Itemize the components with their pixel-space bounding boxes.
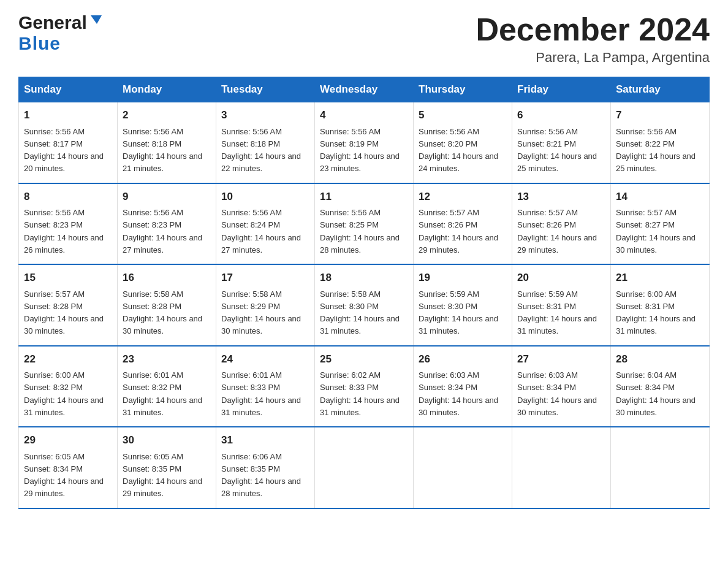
calendar-day-cell: 10Sunrise: 5:56 AMSunset: 8:24 PMDayligh… [216,183,315,265]
day-sunset: Sunset: 8:32 PM [24,383,83,392]
calendar-week-row: 22Sunrise: 6:00 AMSunset: 8:32 PMDayligh… [19,346,710,427]
day-sunrise: Sunrise: 6:03 AM [419,370,479,380]
day-sunrise: Sunrise: 5:56 AM [123,127,183,136]
calendar-day-cell: 22Sunrise: 6:00 AMSunset: 8:32 PMDayligh… [19,346,118,427]
page-title: December 2024 [476,12,710,47]
day-sunset: Sunset: 8:21 PM [517,139,576,148]
day-sunset: Sunset: 8:30 PM [419,302,477,311]
calendar-day-header: Monday [118,77,216,102]
day-sunset: Sunset: 8:35 PM [123,464,181,473]
calendar-day-cell: 25Sunrise: 6:02 AMSunset: 8:33 PMDayligh… [315,346,414,427]
day-sunrise: Sunrise: 5:58 AM [320,289,381,299]
day-number: 2 [123,107,211,123]
day-sunrise: Sunrise: 6:00 AM [24,370,85,380]
calendar-day-cell [315,427,414,508]
day-daylight: Daylight: 14 hours and 25 minutes. [517,151,597,173]
day-sunrise: Sunrise: 5:58 AM [221,289,282,299]
day-daylight: Daylight: 14 hours and 30 minutes. [616,396,696,417]
day-number: 20 [517,270,605,286]
calendar-body: 1Sunrise: 5:56 AMSunset: 8:17 PMDaylight… [19,102,710,508]
day-sunset: Sunset: 8:23 PM [24,220,83,229]
calendar-header-row: SundayMondayTuesdayWednesdayThursdayFrid… [19,77,710,102]
calendar-day-header: Saturday [611,77,710,102]
day-daylight: Daylight: 14 hours and 31 minutes. [320,314,400,335]
calendar-day-cell: 30Sunrise: 6:05 AMSunset: 8:35 PMDayligh… [118,427,216,508]
day-daylight: Daylight: 14 hours and 20 minutes. [24,151,104,173]
day-number: 4 [320,107,408,123]
page-header: General Blue December 2024 Parera, La Pa… [18,12,710,66]
calendar-week-row: 8Sunrise: 5:56 AMSunset: 8:23 PMDaylight… [19,183,710,265]
calendar-week-row: 15Sunrise: 5:57 AMSunset: 8:28 PMDayligh… [19,264,710,346]
day-sunset: Sunset: 8:34 PM [517,383,576,392]
day-daylight: Daylight: 14 hours and 28 minutes. [221,477,301,498]
day-sunset: Sunset: 8:28 PM [123,302,181,311]
day-sunset: Sunset: 8:31 PM [616,302,675,311]
day-sunset: Sunset: 8:33 PM [221,383,280,392]
calendar-day-cell: 2Sunrise: 5:56 AMSunset: 8:18 PMDaylight… [118,102,216,183]
day-number: 13 [517,189,605,205]
day-number: 19 [419,270,507,286]
day-sunrise: Sunrise: 6:01 AM [221,370,282,380]
day-number: 23 [123,351,211,367]
calendar-day-cell: 31Sunrise: 6:06 AMSunset: 8:35 PMDayligh… [216,427,315,508]
calendar-day-cell [512,427,611,508]
day-daylight: Daylight: 14 hours and 31 minutes. [419,314,498,335]
day-sunrise: Sunrise: 6:05 AM [123,452,183,461]
day-daylight: Daylight: 14 hours and 24 minutes. [419,151,498,173]
day-sunrise: Sunrise: 5:56 AM [221,127,282,136]
calendar-week-row: 1Sunrise: 5:56 AMSunset: 8:17 PMDaylight… [19,102,710,183]
day-sunrise: Sunrise: 6:04 AM [616,370,677,380]
day-daylight: Daylight: 14 hours and 31 minutes. [221,396,301,417]
calendar-day-header: Friday [512,77,611,102]
calendar-day-cell [414,427,512,508]
day-sunrise: Sunrise: 5:57 AM [24,289,85,299]
day-sunrise: Sunrise: 5:57 AM [419,208,479,217]
day-daylight: Daylight: 14 hours and 25 minutes. [616,151,696,173]
calendar-day-cell: 3Sunrise: 5:56 AMSunset: 8:18 PMDaylight… [216,102,315,183]
day-number: 6 [517,107,605,123]
calendar-day-cell: 13Sunrise: 5:57 AMSunset: 8:26 PMDayligh… [512,183,611,265]
day-number: 21 [616,270,704,286]
day-sunrise: Sunrise: 5:56 AM [320,208,381,217]
day-daylight: Daylight: 14 hours and 29 minutes. [123,477,202,498]
calendar-day-cell: 27Sunrise: 6:03 AMSunset: 8:34 PMDayligh… [512,346,611,427]
day-daylight: Daylight: 14 hours and 31 minutes. [616,314,696,335]
calendar-day-cell: 5Sunrise: 5:56 AMSunset: 8:20 PMDaylight… [414,102,512,183]
calendar-day-cell: 11Sunrise: 5:56 AMSunset: 8:25 PMDayligh… [315,183,414,265]
day-daylight: Daylight: 14 hours and 30 minutes. [221,314,301,335]
calendar-day-cell: 12Sunrise: 5:57 AMSunset: 8:26 PMDayligh… [414,183,512,265]
day-sunrise: Sunrise: 5:56 AM [517,127,578,136]
day-sunset: Sunset: 8:33 PM [320,383,379,392]
day-number: 24 [221,351,309,367]
day-sunset: Sunset: 8:27 PM [616,220,675,229]
day-daylight: Daylight: 14 hours and 29 minutes. [24,477,104,498]
day-number: 22 [24,351,112,367]
day-sunset: Sunset: 8:17 PM [24,139,83,148]
day-number: 11 [320,189,408,205]
day-sunrise: Sunrise: 5:56 AM [616,127,677,136]
day-daylight: Daylight: 14 hours and 28 minutes. [320,233,400,255]
calendar-day-cell: 14Sunrise: 5:57 AMSunset: 8:27 PMDayligh… [611,183,710,265]
day-sunrise: Sunrise: 6:06 AM [221,452,282,461]
day-sunset: Sunset: 8:31 PM [517,302,576,311]
day-daylight: Daylight: 14 hours and 30 minutes. [517,396,597,417]
calendar-day-cell: 18Sunrise: 5:58 AMSunset: 8:30 PMDayligh… [315,264,414,346]
day-number: 5 [419,107,507,123]
day-sunrise: Sunrise: 5:56 AM [24,208,85,217]
day-number: 26 [419,351,507,367]
day-number: 9 [123,189,211,205]
calendar-day-cell: 17Sunrise: 5:58 AMSunset: 8:29 PMDayligh… [216,264,315,346]
day-sunset: Sunset: 8:29 PM [221,302,280,311]
logo-blue-text: Blue [18,33,61,54]
day-daylight: Daylight: 14 hours and 30 minutes. [24,314,104,335]
day-sunset: Sunset: 8:23 PM [123,220,181,229]
day-number: 31 [221,432,309,448]
day-daylight: Daylight: 14 hours and 31 minutes. [320,396,400,417]
day-daylight: Daylight: 14 hours and 31 minutes. [123,396,202,417]
day-sunset: Sunset: 8:22 PM [616,139,675,148]
calendar-day-header: Wednesday [315,77,414,102]
day-sunrise: Sunrise: 5:57 AM [616,208,677,217]
calendar-day-cell: 21Sunrise: 6:00 AMSunset: 8:31 PMDayligh… [611,264,710,346]
day-number: 12 [419,189,507,205]
calendar-day-cell: 8Sunrise: 5:56 AMSunset: 8:23 PMDaylight… [19,183,118,265]
